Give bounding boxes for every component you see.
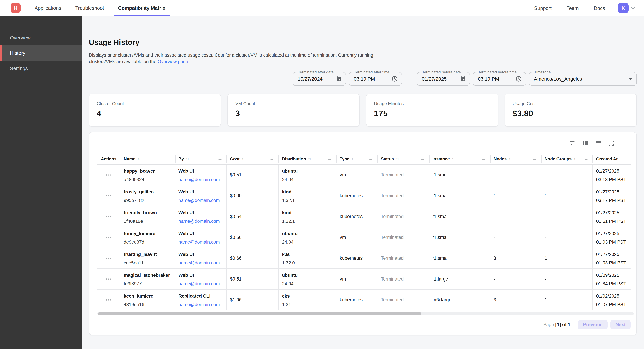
sidebar-item-history[interactable]: History	[0, 45, 82, 61]
nav-tab-compatibility-matrix[interactable]: Compatibility Matrix	[118, 0, 166, 16]
created-by-email-link[interactable]: name@domain.com	[178, 177, 223, 183]
cell-node-groups: 1	[541, 206, 593, 227]
cell-nodes: -	[490, 165, 541, 185]
cell-distribution: ubuntu24.04	[278, 165, 336, 185]
instance-value: r1.small	[432, 256, 486, 261]
created-date: 01/09/2025	[596, 272, 627, 278]
type-value: vm	[340, 235, 374, 240]
created-time: 01:07 PM PST	[596, 302, 627, 308]
created-time: 01:03 PM PST	[596, 239, 627, 245]
type-value: vm	[340, 172, 374, 178]
row-actions-button[interactable]	[105, 235, 113, 239]
column-header-nodes[interactable]: Nodes↑↓	[490, 154, 541, 164]
clock-icon[interactable]	[392, 76, 398, 82]
user-avatar[interactable]: K	[618, 3, 628, 13]
next-button[interactable]: Next	[610, 320, 631, 329]
cell-actions	[98, 227, 120, 248]
column-menu-icon[interactable]	[584, 158, 588, 160]
column-menu-icon[interactable]	[369, 158, 372, 160]
cell-status: Terminated	[378, 206, 429, 227]
distribution-version: 1.31	[282, 302, 332, 308]
horizontal-scrollbar-thumb[interactable]	[98, 312, 421, 315]
row-actions-button[interactable]	[105, 173, 113, 177]
terminated-before-date-field[interactable]: Terminated before date01/27/2025	[417, 72, 470, 86]
created-by-email-link[interactable]: name@domain.com	[178, 260, 223, 266]
column-header-instance[interactable]: Instance↑↓	[429, 154, 490, 164]
table-row: magical_stonebrakerfe3f8977Web UIname@do…	[98, 269, 631, 290]
created-by-email-link[interactable]: name@domain.com	[178, 281, 223, 287]
dropdown-icon[interactable]	[629, 78, 632, 80]
cell-node-groups: 1	[541, 248, 593, 268]
terminated-after-date-field[interactable]: Terminated after date10/27/2024	[292, 72, 346, 86]
terminated-before-time-field[interactable]: Terminated before time03:19 PM	[473, 72, 526, 86]
sort-icon: ↑↓	[138, 157, 140, 161]
column-header-type[interactable]: Type↑↓	[336, 154, 378, 164]
cost-value: $0.51	[230, 172, 275, 178]
cell-node-groups: 1	[541, 185, 593, 206]
column-menu-icon[interactable]	[328, 158, 331, 160]
column-menu-icon[interactable]	[218, 158, 222, 160]
timezone-value: America/Los_Angeles	[534, 76, 626, 82]
column-menu-icon[interactable]	[270, 158, 274, 160]
column-menu-icon[interactable]	[482, 158, 485, 160]
column-header-by[interactable]: By↑↓	[175, 154, 227, 164]
row-actions-button[interactable]	[105, 277, 113, 281]
density-icon[interactable]	[595, 140, 602, 146]
column-menu-icon[interactable]	[533, 158, 536, 160]
clock-icon[interactable]	[516, 76, 522, 82]
column-header-node_groups[interactable]: Node Groups↑↓	[541, 154, 593, 164]
column-header-name[interactable]: Name↑↓	[120, 154, 175, 164]
created-by-email-link[interactable]: name@domain.com	[178, 302, 223, 308]
column-header-created_at[interactable]: Created At↓	[593, 154, 631, 164]
cell-instance: r1.small	[429, 248, 490, 268]
column-menu-icon[interactable]	[421, 158, 424, 160]
timezone-field[interactable]: TimezoneAmerica/Los_Angeles	[529, 72, 637, 86]
nav-tab-troubleshoot[interactable]: Troubleshoot	[75, 0, 104, 16]
nav-tab-applications[interactable]: Applications	[34, 0, 61, 16]
columns-icon[interactable]	[582, 140, 588, 146]
column-header-status[interactable]: Status↑↓	[378, 154, 429, 164]
terminated-before-date-label: Terminated before date	[420, 70, 462, 74]
filter-icon[interactable]	[569, 140, 576, 146]
horizontal-scrollbar-track[interactable]	[98, 312, 634, 315]
replicated-logo[interactable]: R	[10, 3, 20, 13]
created-by-email-link[interactable]: name@domain.com	[178, 197, 223, 204]
cell-name: friendly_brown1f40a19e	[120, 206, 175, 227]
calendar-icon[interactable]	[460, 76, 466, 82]
distribution-name: ubuntu	[282, 272, 332, 278]
sidebar-item-overview[interactable]: Overview	[0, 30, 82, 45]
created-by-email-link[interactable]: name@domain.com	[178, 239, 223, 245]
created-date: 01/27/2025	[596, 168, 627, 174]
row-actions-button[interactable]	[105, 298, 113, 302]
cell-status: Terminated	[378, 290, 429, 310]
cell-by: Web UIname@domain.com	[175, 269, 227, 289]
cell-type: kubernetes	[336, 248, 378, 268]
cell-status: Terminated	[378, 227, 429, 248]
cell-distribution: ubuntu24.04	[278, 227, 336, 248]
terminated-after-time-field[interactable]: Terminated after time03:19 PM	[349, 72, 402, 86]
nav-link-team[interactable]: Team	[566, 5, 579, 11]
nav-link-support[interactable]: Support	[534, 5, 552, 11]
nav-tabs: ApplicationsTroubleshootCompatibility Ma…	[34, 0, 166, 16]
row-actions-button[interactable]	[105, 215, 113, 219]
row-actions-button[interactable]	[105, 194, 113, 198]
sidebar-item-settings[interactable]: Settings	[0, 61, 82, 76]
nav-link-docs[interactable]: Docs	[594, 5, 605, 11]
usage-table-card: ActionsName↑↓By↑↓Cost↑↓Distribution↑↓Typ…	[89, 132, 637, 335]
cell-cost: $0.56	[227, 227, 278, 248]
column-header-cost[interactable]: Cost↑↓	[227, 154, 278, 164]
overview-page-link[interactable]: Overview page	[158, 59, 188, 64]
row-actions-button[interactable]	[105, 256, 113, 260]
cell-by: Replicated CLIname@domain.com	[175, 290, 227, 310]
previous-button[interactable]: Previous	[578, 320, 608, 329]
table-row: trusting_leavittcae5ea11Web UIname@domai…	[98, 248, 631, 269]
created-time: 01:34 PM PST	[596, 281, 627, 287]
fullscreen-icon[interactable]	[608, 140, 614, 146]
node-groups-value: -	[544, 277, 589, 282]
chevron-down-icon[interactable]	[631, 7, 635, 9]
cell-cost: $0.54	[227, 206, 278, 227]
distribution-version: 24.04	[282, 177, 332, 183]
calendar-icon[interactable]	[336, 76, 342, 82]
created-by-email-link[interactable]: name@domain.com	[178, 218, 223, 224]
column-header-distribution[interactable]: Distribution↑↓	[278, 154, 336, 164]
